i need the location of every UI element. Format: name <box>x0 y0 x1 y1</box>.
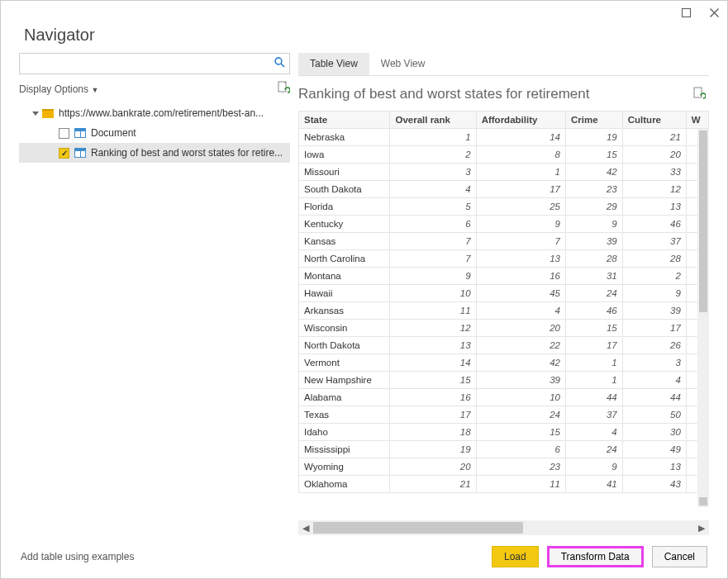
cell-crime: 23 <box>566 181 623 198</box>
col-state[interactable]: State <box>299 112 390 129</box>
display-options-label: Display Options <box>19 83 88 95</box>
svg-rect-0 <box>682 8 690 17</box>
cell-state: North Dakota <box>299 337 390 354</box>
search-input[interactable] <box>19 53 290 74</box>
table-row[interactable]: South Dakota4172312 <box>299 181 709 198</box>
cell-culture: 12 <box>622 181 686 198</box>
table-row[interactable]: New Hampshire153914 <box>299 372 709 389</box>
scroll-thumb-h[interactable] <box>313 522 523 534</box>
cell-aff: 39 <box>476 372 565 389</box>
scroll-right-icon[interactable]: ▶ <box>694 523 709 534</box>
cell-crime: 9 <box>566 458 623 476</box>
add-table-examples-link[interactable]: Add table using examples <box>21 551 134 562</box>
table-row[interactable]: Vermont144213 <box>299 354 709 372</box>
cell-rank: 16 <box>390 389 476 406</box>
col-w[interactable]: W <box>686 112 708 129</box>
cell-aff: 42 <box>476 354 565 372</box>
dialog-title: Navigator <box>1 26 727 53</box>
cell-rank: 19 <box>390 441 476 458</box>
transform-data-button[interactable]: Transform Data <box>547 546 644 567</box>
table-row[interactable]: Alabama16104444 <box>299 389 709 406</box>
cell-crime: 15 <box>566 146 623 164</box>
table-row[interactable]: Wisconsin12201517 <box>299 320 709 337</box>
cell-aff: 45 <box>476 285 565 302</box>
table-row[interactable]: Hawaii1045249 <box>299 285 709 302</box>
load-button[interactable]: Load <box>492 546 539 567</box>
cell-rank: 12 <box>390 320 476 337</box>
cell-aff: 8 <box>476 146 565 164</box>
cell-crime: 1 <box>566 372 623 389</box>
table-row[interactable]: Idaho1815430 <box>299 424 709 441</box>
col-culture[interactable]: Culture <box>622 112 686 129</box>
cell-aff: 15 <box>476 424 565 441</box>
cell-crime: 24 <box>566 441 623 458</box>
search-box[interactable] <box>19 53 290 74</box>
svg-rect-3 <box>278 82 286 92</box>
cell-state: New Hampshire <box>299 372 390 389</box>
tree-item-document[interactable]: Document <box>19 123 290 143</box>
table-row[interactable]: Kentucky69946 <box>299 216 709 233</box>
col-crime[interactable]: Crime <box>566 112 623 129</box>
refresh-icon[interactable] <box>277 81 290 97</box>
display-options-dropdown[interactable]: Display Options ▼ <box>19 83 98 95</box>
data-table: State Overall rank Affordability Crime C… <box>298 111 709 493</box>
table-row[interactable]: North Carolina7132828 <box>299 250 709 268</box>
scroll-thumb-end[interactable] <box>699 497 707 505</box>
cell-culture: 28 <box>622 250 686 268</box>
cell-rank: 7 <box>390 233 476 250</box>
cell-rank: 13 <box>390 337 476 354</box>
checkbox-checked[interactable]: ✓ <box>59 148 69 159</box>
cell-crime: 17 <box>566 337 623 354</box>
cell-state: Kentucky <box>299 216 390 233</box>
cell-state: Florida <box>299 198 390 216</box>
table-row[interactable]: Wyoming2023913 <box>299 458 709 476</box>
cell-aff: 10 <box>476 389 565 406</box>
right-pane: Table View Web View Ranking of best and … <box>298 53 709 535</box>
checkbox-unchecked[interactable] <box>59 128 69 139</box>
table-row[interactable]: Nebraska1141921 <box>299 129 709 146</box>
search-icon <box>274 57 285 70</box>
cell-culture: 2 <box>622 268 686 285</box>
table-row[interactable]: Florida5252913 <box>299 198 709 216</box>
table-row[interactable]: Iowa281520 <box>299 146 709 164</box>
cell-crime: 42 <box>566 164 623 181</box>
cell-aff: 17 <box>476 181 565 198</box>
cell-culture: 49 <box>622 441 686 458</box>
cell-state: Mississippi <box>299 441 390 458</box>
cell-rank: 21 <box>390 476 476 493</box>
scroll-left-icon[interactable]: ◀ <box>298 523 313 534</box>
table-row[interactable]: North Dakota13221726 <box>299 337 709 354</box>
cell-culture: 39 <box>622 302 686 320</box>
cell-culture: 9 <box>622 285 686 302</box>
cell-crime: 37 <box>566 406 623 424</box>
cell-rank: 15 <box>390 372 476 389</box>
cell-crime: 19 <box>566 129 623 146</box>
horizontal-scrollbar[interactable]: ◀ ▶ <box>298 520 709 535</box>
maximize-icon[interactable] <box>679 6 692 19</box>
scroll-thumb[interactable] <box>699 131 707 312</box>
table-row[interactable]: Arkansas1144639 <box>299 302 709 320</box>
table-row[interactable]: Oklahoma21114143 <box>299 476 709 493</box>
cell-crime: 9 <box>566 216 623 233</box>
table-row[interactable]: Montana916312 <box>299 268 709 285</box>
cancel-button[interactable]: Cancel <box>652 546 707 567</box>
close-icon[interactable] <box>707 6 721 19</box>
navigator-dialog: Navigator Display Options ▼ <box>0 0 728 579</box>
cell-culture: 46 <box>622 216 686 233</box>
tree-item-ranking[interactable]: ✓ Ranking of best and worst states for r… <box>19 143 290 163</box>
cell-aff: 11 <box>476 476 565 493</box>
tab-table-view[interactable]: Table View <box>298 53 369 75</box>
table-row[interactable]: Kansas773937 <box>299 233 709 250</box>
table-row[interactable]: Texas17243750 <box>299 406 709 424</box>
table-row[interactable]: Mississippi1962449 <box>299 441 709 458</box>
vertical-scrollbar[interactable] <box>697 129 709 507</box>
cell-culture: 43 <box>622 476 686 493</box>
cell-aff: 14 <box>476 129 565 146</box>
tree-root[interactable]: https://www.bankrate.com/retirement/best… <box>19 103 290 123</box>
col-overall-rank[interactable]: Overall rank <box>390 112 476 129</box>
cell-aff: 4 <box>476 302 565 320</box>
tab-web-view[interactable]: Web View <box>369 53 437 75</box>
refresh-preview-icon[interactable] <box>692 87 706 102</box>
table-row[interactable]: Missouri314233 <box>299 164 709 181</box>
col-affordability[interactable]: Affordability <box>476 112 565 129</box>
